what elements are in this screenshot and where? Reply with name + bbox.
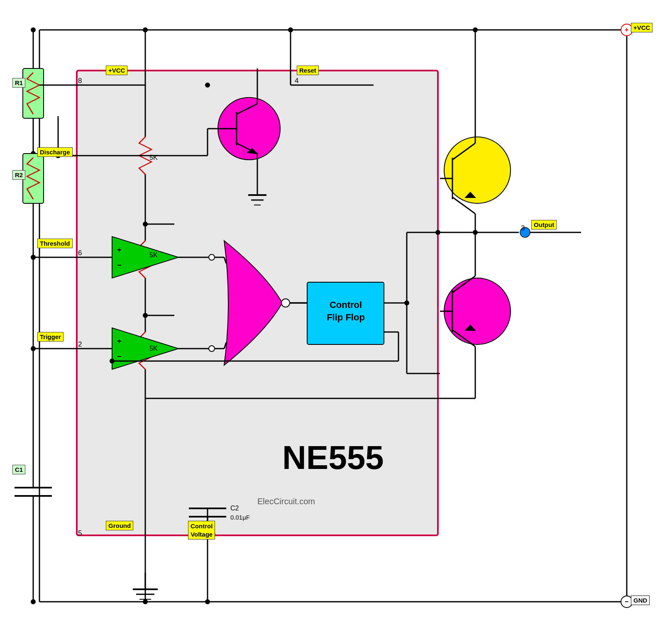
svg-text:ElecCircuit.com: ElecCircuit.com [257, 497, 315, 506]
svg-text:8: 8 [78, 77, 82, 85]
svg-text:4: 4 [295, 77, 298, 85]
r1-label: R1 [12, 78, 25, 88]
c1-label: C1 [12, 465, 25, 474]
svg-text:+: + [625, 26, 628, 33]
svg-text:2: 2 [78, 340, 82, 348]
reset-label: Reset [297, 66, 319, 75]
r2-label: R2 [12, 170, 25, 180]
svg-rect-12 [23, 154, 44, 203]
ground-label: Ground [106, 521, 133, 530]
svg-text:−: − [117, 352, 122, 361]
svg-point-58 [209, 254, 215, 260]
svg-text:−: − [117, 261, 122, 269]
svg-point-29 [288, 27, 293, 32]
discharge-label: Discharge [37, 147, 73, 157]
svg-text:NE555: NE555 [282, 439, 384, 476]
output-label: Output [531, 220, 557, 229]
gnd-label: GND [631, 596, 650, 605]
svg-point-63 [281, 299, 290, 307]
svg-text:6: 6 [78, 249, 82, 257]
threshold-label: Threshold [37, 239, 73, 248]
svg-text:+: + [117, 246, 122, 254]
control-voltage-label: ControlVoltage [188, 521, 215, 539]
svg-text:5K: 5K [149, 345, 158, 352]
svg-point-105 [473, 27, 478, 32]
svg-point-124 [143, 599, 148, 604]
svg-point-26 [143, 27, 148, 32]
svg-point-116 [435, 230, 440, 235]
svg-point-95 [444, 137, 511, 203]
svg-text:5: 5 [78, 529, 82, 537]
svg-rect-7 [23, 68, 44, 118]
svg-point-9 [31, 27, 36, 32]
svg-point-94 [205, 83, 210, 88]
circuit-canvas: + − + − Control Flip Flop [0, 0, 672, 642]
svg-text:3: 3 [521, 224, 525, 232]
svg-text:0.01µF: 0.01µF [230, 514, 250, 521]
circuit-diagram: + − + − Control Flip Flop [0, 0, 672, 642]
vcc-top-label: +VCC [631, 23, 652, 32]
vcc-pin8-label: +VCC [106, 66, 127, 75]
svg-text:5K: 5K [149, 251, 158, 259]
trigger-label: Trigger [37, 332, 64, 342]
svg-point-126 [205, 599, 210, 604]
svg-text:−: − [625, 598, 628, 605]
svg-point-106 [444, 278, 511, 344]
svg-text:5K: 5K [149, 154, 158, 161]
svg-text:+: + [117, 337, 122, 345]
svg-text:Control: Control [330, 300, 362, 310]
svg-text:Flip  Flop: Flip Flop [327, 312, 365, 322]
svg-text:C2: C2 [230, 505, 239, 512]
svg-point-61 [209, 346, 215, 352]
svg-point-36 [31, 255, 36, 260]
svg-point-139 [110, 359, 115, 364]
svg-point-22 [31, 599, 36, 604]
